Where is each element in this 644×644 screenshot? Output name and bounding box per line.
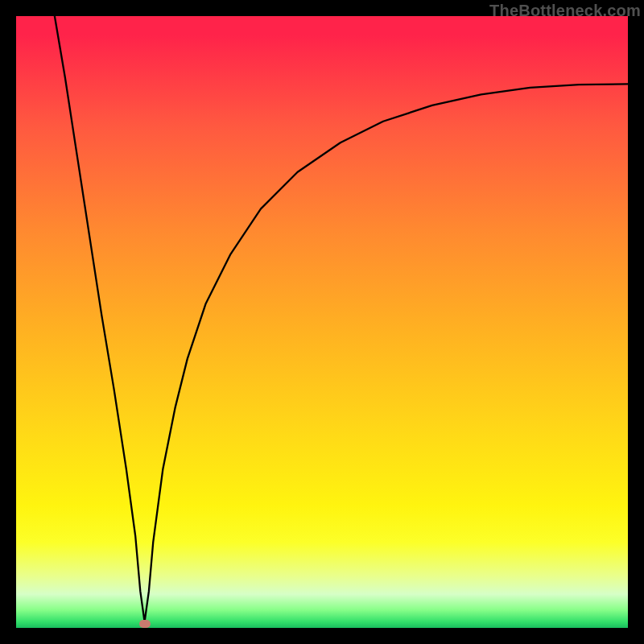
bottleneck-curve bbox=[55, 16, 628, 621]
plot-area bbox=[16, 16, 628, 628]
chart-frame: TheBottleneck.com bbox=[0, 0, 644, 644]
watermark-text: TheBottleneck.com bbox=[489, 2, 641, 20]
curve-svg bbox=[16, 16, 628, 628]
optimum-marker bbox=[139, 620, 151, 628]
